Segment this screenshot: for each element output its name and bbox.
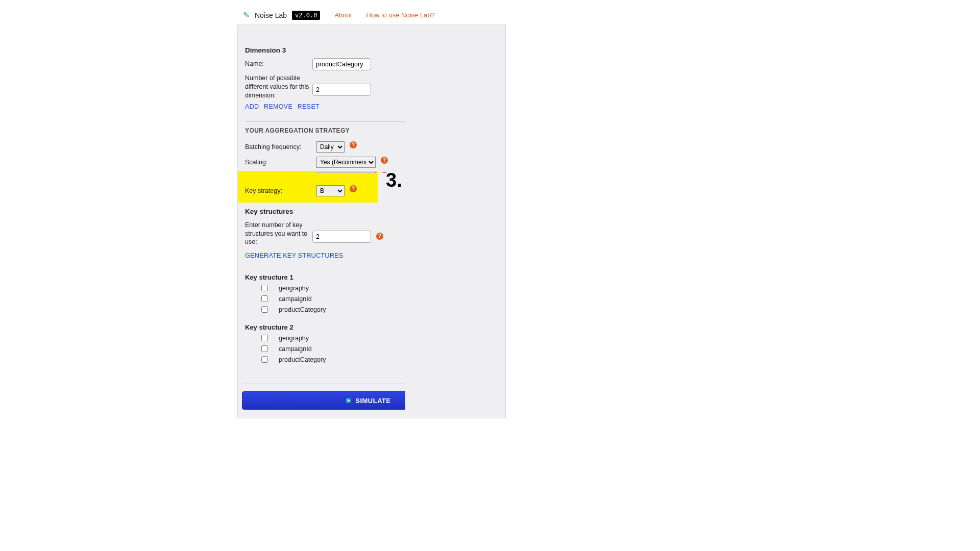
batching-select[interactable]: Daily: [316, 141, 345, 153]
scaling-label: Scaling:: [245, 157, 313, 167]
scaling-approach-select[interactable]: [316, 172, 376, 173]
ks1-product-checkbox[interactable]: [261, 306, 268, 313]
ks1-campaign-label: campaignId: [279, 295, 312, 303]
generate-key-structures-link[interactable]: GENERATE KEY STRUCTURES: [245, 252, 343, 259]
pencil-icon: ✎: [243, 10, 250, 20]
ks2-product-label: productCategory: [279, 356, 326, 363]
ks2-geography-label: geography: [279, 335, 309, 342]
app-name: Noise Lab: [255, 11, 287, 19]
batching-label: Batching frequency:: [245, 141, 313, 152]
help-icon[interactable]: ?: [350, 141, 357, 148]
help-icon[interactable]: ?: [381, 157, 388, 164]
simulate-label: SIMULATE: [355, 397, 390, 405]
key-strategy-label: Key strategy:: [245, 185, 313, 195]
dim3-count-label: Number of possible different values for …: [245, 72, 309, 100]
add-dimension-link[interactable]: ADD: [245, 103, 259, 110]
results-panel: [405, 24, 506, 418]
dim3-name-input[interactable]: [312, 58, 371, 70]
help-icon[interactable]: ?: [350, 185, 357, 192]
reset-dimension-link[interactable]: RESET: [298, 103, 320, 110]
app-header: ✎ Noise Lab v2.0.0 About How to use Nois…: [243, 10, 435, 20]
ks-count-input[interactable]: [312, 231, 371, 243]
ks1-product-label: productCategory: [279, 306, 326, 313]
nav-about[interactable]: About: [334, 11, 352, 19]
ks1-geography-checkbox[interactable]: [261, 285, 268, 291]
ks1-geography-label: geography: [279, 285, 309, 292]
version-badge: v2.0.0: [292, 11, 320, 20]
scaling-approach-row-cutoff: Scaling approach: ?: [245, 170, 488, 173]
help-icon[interactable]: ?: [376, 233, 383, 240]
ks2-geography-checkbox[interactable]: [261, 335, 268, 341]
annotation-step-3: 3.: [386, 169, 402, 191]
ks2-product-checkbox[interactable]: [261, 356, 268, 363]
play-icon: [346, 398, 351, 403]
scaling-approach-label: Scaling approach:: [245, 172, 313, 173]
key-strategy-select[interactable]: B: [316, 185, 345, 196]
ks1-campaign-checkbox[interactable]: [261, 295, 268, 302]
remove-dimension-link[interactable]: REMOVE: [264, 103, 292, 110]
scaling-select[interactable]: Yes (Recommended): [316, 157, 376, 168]
dim3-count-input[interactable]: [312, 84, 371, 96]
dim3-name-label: Name:: [245, 58, 309, 68]
ks2-campaign-checkbox[interactable]: [261, 345, 268, 352]
enter-ks-label: Enter number of key structures you want …: [245, 219, 309, 247]
ks2-campaign-label: campaignId: [279, 345, 312, 353]
nav-howto[interactable]: How to use Noise Lab?: [366, 11, 434, 19]
